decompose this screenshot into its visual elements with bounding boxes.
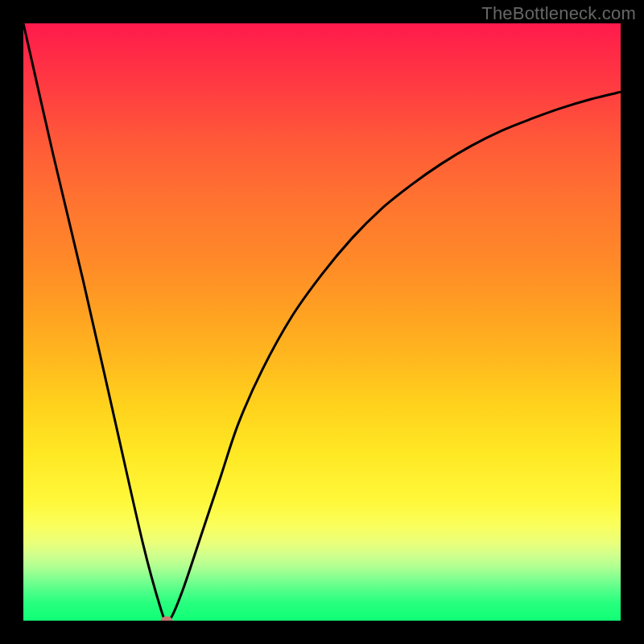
bottleneck-curve (23, 23, 621, 621)
curve-path (23, 23, 621, 621)
watermark-text: TheBottleneck.com (481, 3, 636, 24)
optimal-marker (161, 617, 173, 621)
plot-area (23, 23, 621, 621)
